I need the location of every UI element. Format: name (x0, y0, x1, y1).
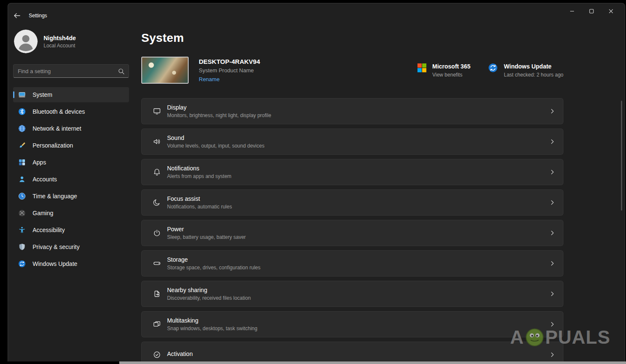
sidebar-item-label: Bluetooth & devices (33, 108, 85, 115)
chevron-right-icon (549, 107, 556, 115)
nearby-sharing-icon (147, 290, 167, 298)
watermark-suffix: PUALS (545, 327, 610, 348)
row-title: Notifications (167, 165, 549, 172)
windows-update-subtitle: Last checked: 2 hours ago (504, 72, 563, 78)
sidebar-item-accounts[interactable]: Accounts (13, 172, 129, 187)
page-title: System (141, 31, 563, 45)
chevron-right-icon (549, 351, 556, 359)
user-name: Nightsh4de (44, 35, 76, 41)
rename-link[interactable]: Rename (199, 76, 220, 82)
chevron-right-icon (549, 138, 556, 145)
row-text: Nearby sharing Discoverability, received… (167, 287, 549, 301)
sidebar-item-accessibility[interactable]: Accessibility (13, 222, 129, 238)
sidebar-item-system[interactable]: System (13, 87, 129, 102)
maximize-button[interactable] (582, 3, 601, 19)
user-account-type: Local Account (44, 43, 76, 49)
apps-icon (18, 159, 26, 166)
close-button[interactable] (601, 3, 621, 19)
sidebar-item-label: Time & language (33, 193, 77, 200)
search-icon (118, 68, 124, 74)
maximize-icon (589, 9, 594, 14)
focus-assist-icon (147, 198, 167, 207)
notifications-icon (147, 168, 167, 176)
row-subtitle: Sleep, battery usage, battery saver (167, 234, 549, 240)
avatar (14, 30, 38, 53)
chevron-right-icon (549, 290, 556, 298)
sidebar-item-network-internet[interactable]: Network & internet (13, 121, 129, 136)
row-text: Sound Volume levels, output, input, soun… (167, 134, 549, 149)
sidebar-item-privacy-security[interactable]: Privacy & security (13, 239, 129, 255)
row-focus-assist[interactable]: Focus assist Notifications, automatic ru… (141, 189, 563, 216)
windows-update-icon (488, 63, 498, 73)
sidebar-item-personalization[interactable]: Personalization (13, 138, 129, 153)
microsoft-365-subtitle: View benefits (432, 72, 470, 78)
user-account-card[interactable]: Nightsh4de Local Account (14, 30, 129, 53)
row-power[interactable]: Power Sleep, battery usage, battery save… (141, 220, 563, 246)
row-subtitle: Alerts from apps and system (167, 173, 549, 179)
row-title: Focus assist (167, 195, 549, 202)
close-icon (609, 9, 613, 14)
microsoft-365-text: Microsoft 365 View benefits (432, 63, 470, 78)
bottom-edge (119, 361, 626, 364)
row-storage[interactable]: Storage Storage space, drives, configura… (141, 250, 563, 276)
row-title: Storage (167, 256, 549, 263)
chevron-right-icon (549, 260, 556, 267)
chevron-right-icon (549, 199, 556, 206)
row-nearby-sharing[interactable]: Nearby sharing Discoverability, received… (141, 281, 563, 307)
row-text: Display Monitors, brightness, night ligh… (167, 104, 549, 118)
microsoft-365-card[interactable]: Microsoft 365 View benefits (417, 63, 470, 78)
row-text: Notifications Alerts from apps and syste… (167, 165, 549, 179)
row-title: Nearby sharing (167, 287, 549, 293)
system-icon (18, 91, 26, 99)
row-notifications[interactable]: Notifications Alerts from apps and syste… (141, 159, 563, 185)
watermark-prefix: A (510, 327, 524, 348)
back-button[interactable] (11, 10, 23, 22)
appuals-mascot-icon (525, 328, 544, 347)
sound-icon (147, 137, 167, 146)
sidebar-item-label: Gaming (33, 210, 53, 216)
chevron-right-icon (549, 229, 556, 237)
windows-update-card[interactable]: Windows Update Last checked: 2 hours ago (488, 63, 563, 78)
row-sound[interactable]: Sound Volume levels, output, input, soun… (141, 129, 563, 155)
row-text: Storage Storage space, drives, configura… (167, 256, 549, 271)
chevron-right-icon (549, 168, 556, 176)
settings-window: Settings (8, 3, 625, 361)
user-text: Nightsh4de Local Account (44, 35, 76, 49)
activation-icon (147, 350, 167, 359)
back-arrow-icon (14, 12, 20, 19)
device-name: DESKTOP-4RAKV94 (199, 58, 417, 65)
minimize-button[interactable] (562, 3, 582, 19)
row-subtitle: Storage space, drives, configuration rul… (167, 265, 549, 271)
row-subtitle: Volume levels, output, input, sound devi… (167, 143, 549, 149)
sidebar-item-gaming[interactable]: Gaming (13, 205, 129, 221)
sidebar-item-bluetooth-devices[interactable]: Bluetooth & devices (13, 104, 129, 119)
sidebar-item-apps[interactable]: Apps (13, 155, 129, 170)
scrollbar[interactable] (621, 101, 622, 211)
network-icon (18, 125, 26, 132)
sidebar-item-windows-update[interactable]: Windows Update (13, 256, 129, 271)
personalization-icon (18, 142, 26, 149)
sidebar-item-label: Accessibility (33, 227, 65, 233)
sidebar-item-label: Accounts (33, 176, 57, 183)
header-cards: Microsoft 365 View benefits Windows Upda… (417, 63, 563, 78)
search-input[interactable] (18, 68, 118, 74)
sidebar-item-label: Privacy & security (33, 244, 80, 250)
windows-update-text: Windows Update Last checked: 2 hours ago (504, 63, 563, 78)
storage-icon (147, 259, 167, 268)
row-title: Power (167, 226, 549, 233)
row-subtitle: Snap windows, desktops, task switching (167, 326, 549, 331)
row-multitasking[interactable]: Multitasking Snap windows, desktops, tas… (141, 311, 563, 337)
person-icon (14, 30, 38, 53)
power-icon (147, 229, 167, 237)
row-display[interactable]: Display Monitors, brightness, night ligh… (141, 98, 563, 124)
row-text: Focus assist Notifications, automatic ru… (167, 195, 549, 210)
row-activation[interactable]: Activation (141, 342, 563, 361)
display-icon (147, 107, 167, 115)
sidebar-nav: System Bluetooth & devices Network & int… (13, 87, 129, 271)
row-text: Power Sleep, battery usage, battery save… (167, 226, 549, 240)
watermark: A PUALS (510, 327, 610, 348)
accessibility-icon (18, 226, 26, 234)
sidebar: Nightsh4de Local Account System (8, 24, 133, 361)
sidebar-item-time-language[interactable]: Time & language (13, 189, 129, 204)
sidebar-item-label: System (33, 91, 52, 98)
